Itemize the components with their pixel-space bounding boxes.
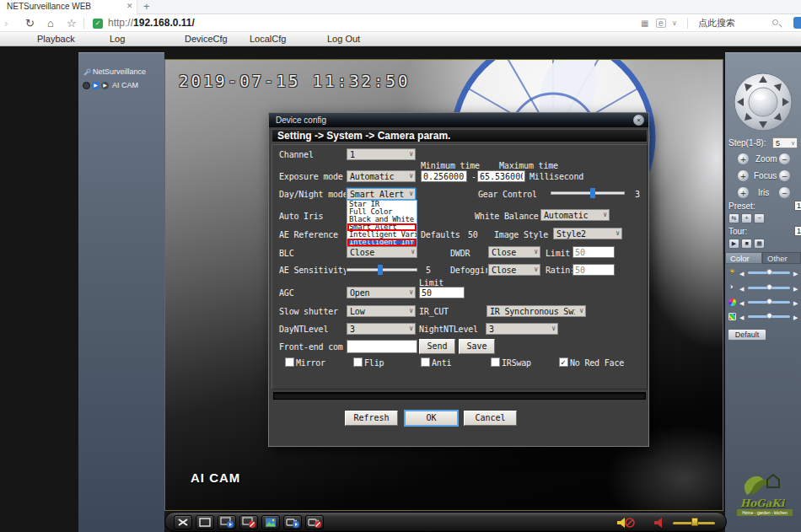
contrast-right-arrow[interactable]: ▶ — [793, 285, 798, 293]
chevron-down-icon[interactable]: ∨ — [672, 14, 677, 32]
no-red-face-checkbox[interactable] — [559, 357, 568, 367]
bookmark-star-icon[interactable]: ☆ — [67, 14, 77, 32]
brightness-left-arrow[interactable]: ◀ — [739, 270, 744, 277]
talk-muted-icon[interactable] — [616, 516, 637, 529]
cancel-button[interactable]: Cancel — [464, 411, 517, 426]
contrast-slider[interactable] — [748, 287, 790, 289]
apps-grid-icon[interactable]: ▦ — [641, 14, 648, 32]
ptz-joystick[interactable] — [733, 72, 793, 132]
saturation-slider-thumb[interactable] — [766, 298, 772, 304]
focus-plus-button[interactable]: + — [737, 169, 750, 182]
saturation-left-arrow[interactable]: ◀ — [739, 299, 744, 307]
acutance-slider-thumb[interactable] — [766, 313, 772, 319]
send-button[interactable]: Send — [419, 339, 455, 354]
new-tab-button[interactable]: + — [143, 0, 150, 13]
fullscreen-button[interactable] — [174, 515, 192, 529]
device-tree-root[interactable]: NetSurveillance — [83, 67, 146, 77]
forward-icon[interactable]: › — [4, 14, 8, 32]
option-intelligent-vari[interactable]: Intelligent Vari — [347, 231, 417, 239]
rating-input[interactable] — [573, 264, 615, 276]
contrast-left-arrow[interactable]: ◀ — [739, 285, 744, 293]
brightness-right-arrow[interactable]: ▶ — [793, 270, 798, 277]
option-smart-alert[interactable]: Smart Alert — [347, 223, 417, 231]
mirror-checkbox[interactable] — [285, 357, 294, 367]
url-bar[interactable]: http://192.168.0.11/ — [108, 14, 195, 32]
volume-slider-thumb[interactable] — [691, 518, 698, 526]
channel-select[interactable]: 1∨ — [347, 148, 416, 160]
main-stream-play-icon[interactable]: ▶ — [92, 82, 99, 89]
default-button[interactable]: Default — [728, 329, 766, 341]
exposure-max-input[interactable] — [477, 170, 525, 182]
menu-logout[interactable]: Log Out — [327, 32, 360, 46]
tab-color[interactable]: Color — [725, 252, 762, 264]
channel-state-icon[interactable] — [83, 82, 90, 89]
option-full-color[interactable]: Full Color — [347, 208, 417, 216]
snapshot-button[interactable] — [261, 515, 280, 529]
ok-button[interactable]: OK — [404, 410, 459, 427]
search-hint-text[interactable]: 点此搜索 — [698, 14, 735, 32]
preset-goto-button[interactable]: ⇆ — [728, 213, 739, 223]
ir-cut-select[interactable]: IR Synchronous Switcl∨ — [487, 305, 586, 317]
menu-devicecfg[interactable]: DeviceCfg — [185, 32, 228, 46]
menu-log[interactable]: Log — [110, 32, 125, 46]
sub-stream-play-icon[interactable]: ▶ — [101, 82, 109, 89]
brightness-slider-thumb[interactable] — [766, 269, 772, 275]
dwdr-limit-input[interactable] — [573, 246, 615, 258]
tab-close-icon[interactable]: ✕ — [126, 2, 133, 10]
dialog-titlebar[interactable]: Device config — [269, 113, 648, 127]
step-select[interactable]: 5 ∨ — [772, 137, 798, 148]
compat-mode-icon[interactable]: e — [656, 19, 666, 28]
dwdr-select[interactable]: Close∨ — [488, 246, 540, 258]
agc-select[interactable]: Open∨ — [347, 287, 416, 298]
stop-record-button[interactable] — [305, 515, 324, 529]
user-profile-icon[interactable] — [793, 17, 801, 29]
home-icon[interactable]: ⌂ — [47, 14, 54, 32]
reload-icon[interactable]: ↻ — [25, 14, 35, 32]
saturation-slider[interactable] — [748, 301, 790, 304]
iris-plus-button[interactable]: + — [737, 186, 750, 199]
start-record-button[interactable] — [283, 515, 302, 529]
preset-input[interactable] — [794, 201, 801, 211]
acutance-right-arrow[interactable]: ▶ — [793, 314, 798, 321]
ae-sensitivity-slider[interactable] — [347, 268, 417, 271]
night-nt-select[interactable]: 3∨ — [486, 323, 558, 335]
tour-input[interactable] — [794, 226, 801, 236]
option-intelligent-infr[interactable]: Intelligent Infr — [347, 239, 417, 246]
refresh-button[interactable]: Refresh — [345, 411, 398, 426]
white-balance-select[interactable]: Automatic∨ — [540, 209, 610, 221]
option-star-ir[interactable]: Star IR — [347, 201, 417, 208]
option-black-white[interactable]: Black and White M — [347, 216, 417, 223]
ae-sensitivity-thumb[interactable] — [378, 265, 383, 275]
blc-select[interactable]: Close∨ — [347, 246, 417, 258]
contrast-slider-thumb[interactable] — [766, 284, 772, 290]
device-tree-camera[interactable]: ▶▶ AI CAM — [83, 80, 138, 90]
anti-checkbox[interactable] — [421, 357, 430, 367]
zoom-plus-button[interactable]: + — [737, 153, 750, 165]
dialog-close-icon[interactable]: ✕ — [633, 115, 644, 126]
preset-add-button[interactable]: + — [741, 213, 752, 223]
gear-control-thumb[interactable] — [590, 188, 595, 198]
irswap-checkbox[interactable] — [491, 357, 500, 367]
brightness-slider[interactable] — [748, 271, 790, 274]
menu-playback[interactable]: Playback — [37, 32, 75, 46]
saturation-right-arrow[interactable]: ▶ — [793, 299, 798, 307]
open-all-video-button[interactable] — [218, 515, 236, 529]
front-end-input[interactable] — [347, 340, 417, 353]
menu-localcfg[interactable]: LocalCfg — [250, 32, 286, 46]
tour-play-button[interactable]: ▶ — [728, 239, 739, 249]
zoom-minus-button[interactable]: − — [778, 153, 791, 165]
gear-control-slider[interactable] — [551, 191, 625, 195]
image-style-select[interactable]: Style2∨ — [553, 228, 622, 239]
tour-list-button[interactable]: ▦ — [754, 239, 765, 249]
close-all-video-button[interactable] — [239, 515, 258, 529]
agc-limit-input[interactable] — [419, 287, 465, 298]
flip-checkbox[interactable] — [353, 357, 363, 367]
iris-minus-button[interactable]: − — [778, 186, 791, 199]
browser-tab[interactable]: NETSurveillance WEB ✕ — [0, 0, 137, 14]
day-nt-select[interactable]: 3∨ — [347, 323, 416, 335]
slow-shutter-select[interactable]: Low∨ — [347, 305, 416, 317]
single-window-button[interactable] — [196, 515, 214, 529]
save-button[interactable]: Save — [459, 339, 495, 354]
tour-stop-button[interactable]: ■ — [741, 239, 752, 249]
day-night-select[interactable]: Smart Alert∨ — [347, 188, 416, 200]
